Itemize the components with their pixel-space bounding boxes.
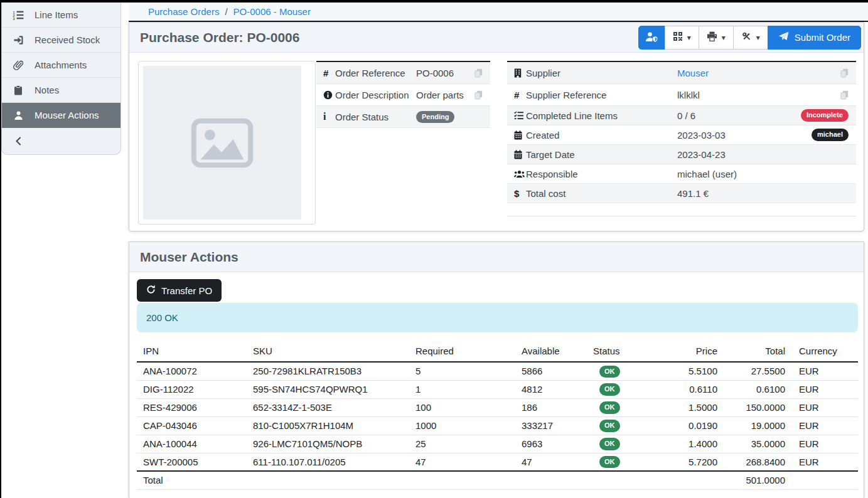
- qrcode-icon: [673, 31, 683, 43]
- barcode-actions-button[interactable]: ▾: [665, 26, 699, 50]
- detail-row-total-cost: $ Total cost 491.1 €: [507, 184, 856, 203]
- image-placeholder: [143, 66, 301, 220]
- calendar-icon: [507, 150, 526, 159]
- completed-line-items-value: 0 / 6: [677, 110, 801, 121]
- app-window: 123 Line Items Received Stock Attachment…: [0, 0, 868, 498]
- column-header-status: Status: [593, 342, 666, 362]
- created-value: 2023-03-03: [677, 130, 812, 140]
- transfer-po-label: Transfer PO: [161, 285, 212, 296]
- breadcrumb: Purchase Orders / PO-0006 - Mouser: [129, 3, 868, 21]
- order-reference-value: PO-0006: [416, 68, 474, 78]
- hash-icon: #: [507, 90, 526, 100]
- print-actions-button[interactable]: ▾: [699, 26, 734, 50]
- chevron-down-icon: ▾: [722, 34, 726, 41]
- mouser-actions-title: Mouser Actions: [140, 250, 238, 265]
- info-circle-icon: [316, 90, 335, 100]
- chevron-down-icon: ▾: [687, 34, 691, 41]
- copy-icon[interactable]: [840, 90, 856, 100]
- status-ok-badge: OK: [599, 420, 620, 432]
- column-header-available: Available: [522, 342, 593, 362]
- sidebar: 123 Line Items Received Stock Attachment…: [1, 3, 121, 155]
- footer-total-label: Total: [137, 471, 253, 489]
- actions-table-body: ANA-100072250-72981KLRATR150B355866OK5.5…: [137, 362, 858, 471]
- breadcrumb-link-purchase-orders[interactable]: Purchase Orders: [148, 6, 219, 17]
- submit-order-label: Submit Order: [795, 32, 850, 43]
- footer-total-value: 501.0000: [722, 471, 790, 489]
- purchase-order-panel: Purchase Order: PO-0006 ▾: [129, 22, 864, 231]
- order-description-value: Order parts: [416, 90, 474, 100]
- copy-icon[interactable]: [840, 68, 856, 78]
- detail-row-target-date: Target Date 2023-04-23: [507, 145, 856, 164]
- status-ok-badge: OK: [599, 401, 620, 413]
- detail-row-supplier-reference: # Supplier Reference lklklkl: [507, 84, 856, 106]
- table-row: ANA-100044926-LMC7101QM5/NOPB256963OK1.4…: [137, 435, 858, 453]
- table-footer-row: Total 501.0000: [137, 471, 858, 489]
- order-details-table: # Order Reference PO-0006 Order Descript…: [316, 61, 490, 128]
- status-badge-pending: Pending: [416, 111, 454, 123]
- sidebar-item-mouser-actions[interactable]: Mouser Actions: [2, 103, 121, 128]
- copy-icon[interactable]: [474, 90, 490, 100]
- window-edge-left: [0, 0, 1, 498]
- calendar-icon: [507, 130, 526, 140]
- status-ok-badge: OK: [599, 438, 620, 450]
- status-ok-badge: OK: [599, 366, 620, 378]
- column-header-total: Total: [722, 342, 790, 362]
- supplier-reference-value: lklklkl: [677, 90, 840, 100]
- order-toolbar: ▾ ▾ ▾ Submi: [638, 26, 861, 50]
- paperclip-icon: [13, 60, 24, 70]
- building-icon: [507, 68, 526, 78]
- status-ok-badge: OK: [599, 456, 620, 468]
- sidebar-collapse-button[interactable]: [2, 128, 121, 154]
- table-row: CAP-043046810-C1005X7R1H104M1000333217OK…: [137, 416, 858, 435]
- detail-row-order-status: i Order Status Pending: [316, 106, 490, 128]
- status-ok-badge: OK: [599, 383, 620, 395]
- supplier-link[interactable]: Mouser: [677, 68, 840, 78]
- mouser-actions-heading: Mouser Actions: [129, 242, 864, 272]
- sidebar-item-line-items[interactable]: 123 Line Items: [2, 3, 121, 28]
- detail-row-supplier: Supplier Mouser: [507, 62, 856, 84]
- detail-row-order-reference: # Order Reference PO-0006: [316, 62, 490, 84]
- dollar-icon: $: [507, 188, 526, 199]
- transfer-po-button[interactable]: Transfer PO: [137, 279, 222, 302]
- mouser-actions-panel: Mouser Actions Transfer PO 200 OK IPN SK…: [129, 241, 864, 498]
- window-edge-top: [0, 0, 868, 3]
- order-options-button[interactable]: ▾: [733, 26, 768, 50]
- sidebar-item-label: Line Items: [35, 9, 78, 20]
- status-badge-incomplete: Incomplete: [801, 109, 849, 121]
- sidebar-item-notes[interactable]: Notes: [2, 78, 121, 103]
- column-header-sku: SKU: [253, 342, 415, 362]
- paper-plane-icon: [778, 31, 789, 43]
- page-title: Purchase Order: PO-0006: [140, 30, 299, 45]
- chevron-left-icon: [13, 136, 24, 147]
- sidebar-item-label: Notes: [35, 85, 59, 95]
- copy-icon[interactable]: [474, 68, 490, 78]
- user-permissions-button[interactable]: [638, 26, 665, 50]
- svg-text:3: 3: [13, 17, 15, 20]
- column-header-required: Required: [415, 342, 522, 362]
- breadcrumb-separator: /: [225, 6, 227, 17]
- sidebar-item-label: Received Stock: [35, 34, 100, 45]
- sidebar-item-received-stock[interactable]: Received Stock: [2, 28, 121, 53]
- order-image-card[interactable]: [138, 61, 316, 225]
- table-row: ANA-100072250-72981KLRATR150B355866OK5.5…: [137, 362, 858, 380]
- user-icon: [13, 110, 24, 120]
- column-header-price: Price: [666, 342, 722, 362]
- detail-row-completed-line-items: Completed Line Items 0 / 6 Incomplete: [507, 106, 856, 125]
- detail-table-footer-spacer: [507, 203, 856, 216]
- chevron-down-icon: ▾: [756, 34, 760, 41]
- user-badge-michael: michael: [812, 129, 849, 140]
- sidebar-item-label: Attachments: [35, 60, 87, 70]
- supplier-details-table: Supplier Mouser # Supplier Reference lkl…: [507, 61, 856, 216]
- hash-icon: #: [316, 68, 335, 78]
- breadcrumb-link-current[interactable]: PO-0006 - Mouser: [233, 6, 311, 17]
- sidebar-item-attachments[interactable]: Attachments: [2, 53, 121, 78]
- line-items-table: IPN SKU Required Available Status Price …: [137, 342, 858, 490]
- users-icon: [507, 170, 526, 178]
- detail-row-responsible: Responsible michael (user): [507, 164, 856, 184]
- user-shield-icon: [645, 31, 658, 44]
- submit-order-button[interactable]: Submit Order: [768, 26, 861, 50]
- list-check-icon: [507, 111, 526, 120]
- status-alert: 200 OK: [137, 303, 858, 332]
- list-ol-icon: 123: [13, 9, 24, 20]
- table-row: SWT-200005611-110.107.011/02054747OK5.72…: [137, 453, 858, 471]
